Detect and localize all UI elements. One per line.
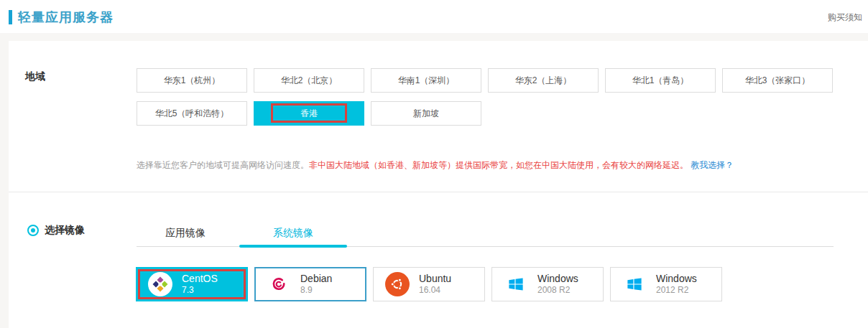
page-title: 轻量应用服务器 [18,9,114,26]
region-button-label: 华北5（呼和浩特） [155,108,229,120]
image-name: Windows [537,273,578,285]
image-name: Debian [300,273,332,285]
purchase-notes-link[interactable]: 购买须知 [828,11,862,24]
image-version: 16.04 [419,285,451,295]
region-button-label: 华北1（青岛） [632,75,689,87]
image-tabs: 应用镜像系统镜像 [131,220,347,246]
image-card-debian-8.9[interactable]: Debian8.9 [254,267,366,301]
windows-logo [504,272,528,296]
region-button-label: 新加坡 [413,108,439,120]
image-version: 8.9 [300,285,332,295]
region-button-8[interactable]: 香港 [254,101,364,126]
tab-1[interactable]: 应用镜像 [131,220,239,246]
image-card-text: Ubuntu16.04 [419,273,451,295]
region-button-6[interactable]: 华北3（张家口） [722,68,833,93]
image-card-ubuntu-16.04[interactable]: Ubuntu16.04 [373,267,485,301]
region-note: 选择靠近您客户的地域可提高网络访问速度。非中国大陆地域（如香港、新加坡等）提供国… [137,159,855,172]
region-grid: 华东1（杭州）华北2（北京）华南1（深圳）华东2（上海）华北1（青岛）华北3（张… [137,68,841,126]
debian-logo [267,272,291,296]
radio-selected-icon [27,225,39,236]
image-version: 2008 R2 [537,285,578,295]
region-button-7[interactable]: 华北5（呼和浩特） [137,101,247,126]
section-divider [9,192,868,192]
tab-2[interactable]: 系统镜像 [239,220,347,246]
title-accent-bar [9,10,12,24]
image-card-text: Debian8.9 [300,273,332,295]
region-note-warning: 非中国大陆地域（如香港、新加坡等）提供国际带宽，如您在中国大陆使用，会有较大的网… [309,160,688,170]
region-button-label: 华北2（北京） [281,75,338,87]
image-card-text: Windows2012 R2 [656,273,697,295]
image-card-row: CentOS7.3Debian8.9Ubuntu16.04Windows2008… [136,267,722,301]
region-note-text: 选择靠近您客户的地域可提高网络访问速度。 [137,160,309,170]
region-button-9[interactable]: 新加坡 [371,101,481,126]
image-card-windows-2008-r2[interactable]: Windows2008 R2 [491,267,604,301]
region-button-2[interactable]: 华北2（北京） [254,68,364,93]
region-button-4[interactable]: 华东2（上海） [488,68,599,93]
content-panel: 地域 华东1（杭州）华北2（北京）华南1（深圳）华东2（上海）华北1（青岛）华北… [9,41,868,328]
image-card-text: CentOS7.3 [182,273,218,295]
image-card-centos-7.3[interactable]: CentOS7.3 [136,267,248,301]
image-version: 2012 R2 [656,285,697,295]
region-button-label: 华北3（张家口） [745,75,811,87]
title-block: 轻量应用服务器 [9,9,114,26]
windows-logo [622,272,647,296]
region-button-1[interactable]: 华东1（杭州） [137,68,247,93]
ubuntu-logo [385,272,410,296]
centos-logo [148,272,172,296]
image-name: CentOS [182,273,218,285]
region-section-label: 地域 [25,70,45,83]
image-section-label-block: 选择镜像 [27,224,85,237]
image-name: Windows [656,273,697,285]
region-button-5[interactable]: 华北1（青岛） [605,68,716,93]
region-button-label: 华东1（杭州） [164,75,221,87]
image-name: Ubuntu [419,273,451,285]
help-me-choose-link[interactable]: 教我选择？ [691,160,734,170]
image-card-windows-2012-r2[interactable]: Windows2012 R2 [610,267,722,301]
image-card-text: Windows2008 R2 [537,273,578,295]
tab-active-indicator [239,245,347,248]
image-version: 7.3 [182,285,218,295]
region-button-label: 华南1（深圳） [398,75,455,87]
region-button-label: 华东2（上海） [515,75,572,87]
image-section-label: 选择镜像 [45,224,85,237]
region-button-label: 香港 [300,108,318,120]
page-header: 轻量应用服务器 购买须知 [0,0,868,33]
region-button-3[interactable]: 华南1（深圳） [371,68,481,93]
